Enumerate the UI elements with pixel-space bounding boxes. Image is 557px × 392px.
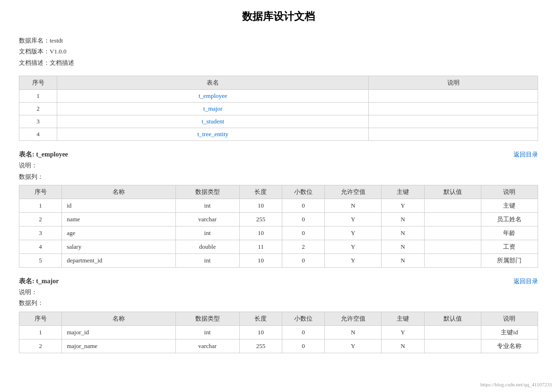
meta-db-name-label: 数据库名： [19,37,50,44]
detail-header-cell: 数据类型 [175,185,239,199]
col-type: int [175,226,239,240]
toc-cell-no: 2 [19,103,57,115]
page-title: 数据库设计文档 [19,9,538,24]
detail-header-cell: 主键 [382,312,424,325]
col-pk: N [382,212,424,226]
section-header-t-major: 表名: t_major 返回目录 [19,277,538,286]
toc-cell-name[interactable]: t_employee [57,90,369,103]
col-default [424,199,481,212]
toc-cell-name[interactable]: t_student [57,115,369,128]
detail-header-cell: 名称 [62,185,175,199]
col-name: major_name [62,339,175,353]
col-decimal: 0 [282,325,324,339]
detail-header-cell: 允许空值 [325,185,382,199]
section-header-t-employee: 表名: t_employee 返回目录 [19,150,538,159]
toc-cell-no: 3 [19,115,57,128]
detail-header-cell: 小数位 [282,312,324,325]
col-desc: 年龄 [481,226,538,240]
detail-header-cell: 说明 [481,312,538,325]
section-datacol-t-employee: 数据列： [19,171,538,182]
col-default [424,339,481,353]
meta-doc-desc: 文档描述：文档描述 [19,57,538,68]
detail-header-cell: 主键 [382,185,424,199]
col-desc: 员工姓名 [481,212,538,226]
col-nullable: Y [325,253,382,267]
col-decimal: 2 [282,240,324,253]
col-pk: Y [382,199,424,212]
col-desc: 专业名称 [481,339,538,353]
col-length: 10 [239,325,282,339]
col-default [424,253,481,267]
meta-doc-desc-label: 文档描述： [19,59,50,66]
toc-row: 3 t_student [19,115,538,128]
col-decimal: 0 [282,339,324,353]
detail-header-cell: 数据类型 [175,312,239,325]
col-type: int [175,253,239,267]
col-no: 2 [19,212,62,226]
col-desc: 主键 [481,199,538,212]
col-type: int [175,325,239,339]
col-no: 3 [19,226,62,240]
table-row: 2 name varchar 255 0 Y N 员工姓名 [19,212,538,226]
toc-row: 2 t_major [19,103,538,115]
col-default [424,240,481,253]
section-desc-t-major: 说明： [19,287,538,297]
col-name: department_id [62,253,175,267]
table-row: 1 id int 10 0 N Y 主键 [19,199,538,212]
col-no: 1 [19,199,62,212]
col-pk: N [382,226,424,240]
toc-cell-name[interactable]: t_major [57,103,369,115]
detail-header-cell: 小数位 [282,185,324,199]
col-length: 255 [239,212,282,226]
meta-section: 数据库名：testdt 文档版本：V1.0.0 文档描述：文档描述 [19,35,538,68]
col-decimal: 0 [282,226,324,240]
col-type: varchar [175,212,239,226]
table-row: 2 major_name varchar 255 0 Y N 专业名称 [19,339,538,353]
col-length: 11 [239,240,282,253]
table-row: 4 salary double 11 2 Y N 工资 [19,240,538,253]
detail-header-cell: 序号 [19,185,62,199]
col-default [424,325,481,339]
section-meta-t-employee: 说明： 数据列： [19,160,538,182]
col-no: 2 [19,339,62,353]
detail-header-cell: 长度 [239,312,282,325]
toc-header-desc: 说明 [369,76,538,90]
col-pk: N [382,253,424,267]
col-length: 10 [239,199,282,212]
col-name: major_id [62,325,175,339]
col-pk: N [382,240,424,253]
col-decimal: 0 [282,253,324,267]
meta-db-name: 数据库名：testdt [19,35,538,46]
toc-header-table-name: 表名 [57,76,369,90]
toc-row: 4 t_tree_entity [19,128,538,141]
col-name: id [62,199,175,212]
col-type: int [175,199,239,212]
detail-table-t-major: 序号名称数据类型长度小数位允许空值主键默认值说明 1 major_id int … [19,312,538,353]
section-meta-t-major: 说明： 数据列： [19,287,538,309]
toc-cell-no: 4 [19,128,57,141]
toc-cell-desc [369,128,538,141]
section-title-t-major: 表名: t_major [19,277,59,286]
col-default [424,212,481,226]
toc-cell-no: 1 [19,90,57,103]
col-no: 1 [19,325,62,339]
detail-header-cell: 名称 [62,312,175,325]
detail-header-cell: 长度 [239,185,282,199]
section-desc-t-employee: 说明： [19,160,538,171]
toc-row: 1 t_employee [19,90,538,103]
detail-header-cell: 允许空值 [325,312,382,325]
detail-header-cell: 默认值 [424,185,481,199]
col-nullable: N [325,325,382,339]
col-nullable: Y [325,240,382,253]
table-row: 1 major_id int 10 0 N Y 主键id [19,325,538,339]
back-link-t-employee[interactable]: 返回目录 [513,150,538,159]
col-desc: 所属部门 [481,253,538,267]
section-datacol-t-major: 数据列： [19,297,538,308]
col-length: 10 [239,226,282,240]
col-pk: N [382,339,424,353]
meta-doc-version: 文档版本：V1.0.0 [19,46,538,57]
toc-cell-name[interactable]: t_tree_entity [57,128,369,141]
meta-doc-version-label: 文档版本： [19,48,50,55]
back-link-t-major[interactable]: 返回目录 [513,277,538,286]
detail-table-t-employee: 序号名称数据类型长度小数位允许空值主键默认值说明 1 id int 10 0 N… [19,185,538,268]
